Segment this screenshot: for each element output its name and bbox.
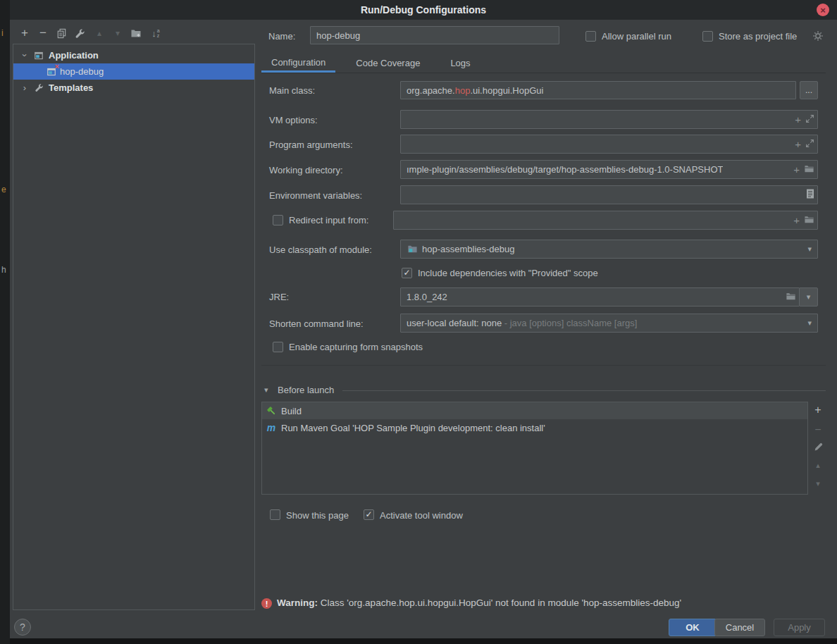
tab-bar: Configuration Code Coverage Logs (261, 54, 480, 73)
dropdown-arrow-icon[interactable]: ▾ (807, 244, 814, 254)
before-launch-collapse-icon[interactable]: ▾ (264, 385, 268, 395)
show-this-page-checkbox[interactable] (270, 509, 280, 520)
tab-logs[interactable]: Logs (440, 54, 480, 73)
before-launch-item-maven[interactable]: m Run Maven Goal 'HOP Sample Plugin deve… (262, 419, 807, 436)
redirect-input-label: Redirect input from: (289, 215, 368, 225)
allow-parallel-run-label: Allow parallel run (602, 31, 671, 42)
add-icon[interactable]: + (795, 139, 801, 149)
add-icon[interactable]: + (793, 164, 800, 175)
create-folder-icon[interactable] (128, 25, 144, 41)
remove-configuration-button[interactable]: − (35, 25, 51, 41)
chevron-right-icon[interactable]: › (20, 82, 29, 93)
maven-icon: m (266, 422, 277, 433)
run-debug-configurations-dialog: Run/Debug Configurations × + − ▴ ▾ ↓ az … (10, 0, 837, 638)
before-launch-list: Build m Run Maven Goal 'HOP Sample Plugi… (261, 402, 808, 495)
vm-options-label: VM options: (269, 115, 318, 125)
tree-item-hop-debug[interactable]: × hop-debug (13, 63, 254, 80)
apply-button[interactable]: Apply (774, 619, 825, 636)
tree-item-application[interactable]: › Application (13, 47, 254, 63)
warning-text: Class 'org.apache.hop.ui.hopgui.HopGui' … (321, 597, 681, 608)
working-directory-label: Working directory: (269, 165, 343, 175)
background-text-fragment: i (1, 28, 4, 38)
help-button[interactable]: ? (14, 619, 31, 636)
tree-item-label: hop-debug (60, 66, 104, 77)
tab-configuration[interactable]: Configuration (261, 54, 335, 73)
background-text-fragment: h (1, 265, 6, 275)
shorten-hint: - java [options] className [args] (504, 318, 638, 328)
warning-label: Warning: (277, 597, 318, 608)
application-icon (33, 50, 44, 61)
tree-item-label: Templates (49, 82, 93, 93)
expand-editor-icon[interactable] (805, 139, 814, 150)
before-launch-remove-button[interactable]: − (810, 423, 826, 437)
form-snapshots-label: Enable capturing form snapshots (289, 342, 423, 352)
background-text-fragment: e (1, 185, 6, 194)
screen: i e h Run/Debug Configurations × + − ▴ ▾… (0, 0, 837, 644)
tree-item-templates[interactable]: › Templates (13, 80, 254, 96)
environment-variables-input[interactable] (400, 185, 818, 204)
activate-tool-window-checkbox[interactable]: ✓ (364, 509, 374, 520)
close-icon[interactable]: × (817, 4, 829, 16)
tab-code-coverage[interactable]: Code Coverage (346, 54, 430, 73)
show-this-page-label: Show this page (286, 510, 349, 521)
before-launch-title: Before launch (278, 385, 334, 395)
before-launch-edit-pencil-icon[interactable] (810, 440, 826, 454)
provided-scope-label: Include dependencies with "Provided" sco… (418, 268, 598, 278)
move-up-button[interactable]: ▴ (92, 25, 107, 41)
provided-scope-checkbox[interactable]: ✓ (402, 268, 412, 278)
folder-icon[interactable] (786, 291, 796, 304)
redirect-input-checkbox[interactable] (273, 215, 283, 225)
warning-icon: ! (261, 598, 272, 609)
classpath-module-label: Use classpath of module: (269, 244, 372, 255)
before-launch-add-button[interactable]: + (810, 403, 826, 417)
sort-configurations-icon[interactable]: ↓ az (148, 25, 163, 41)
allow-parallel-run-checkbox[interactable] (585, 31, 596, 42)
configurations-tree: › Application × hop-debug › (13, 44, 255, 610)
add-icon[interactable]: + (795, 114, 801, 125)
copy-configuration-icon[interactable] (54, 25, 69, 41)
browse-main-class-button[interactable]: ... (800, 81, 818, 99)
program-arguments-label: Program arguments: (269, 140, 353, 150)
program-arguments-input[interactable]: + (400, 135, 818, 154)
add-icon[interactable]: + (793, 215, 800, 225)
move-down-button[interactable]: ▾ (110, 25, 125, 41)
jre-combobox[interactable]: 1.8.0_242 (400, 287, 800, 306)
browse-variables-icon[interactable] (806, 189, 814, 201)
before-launch-move-up-button[interactable]: ▴ (810, 458, 826, 472)
before-launch-move-down-button[interactable]: ▾ (810, 476, 826, 490)
cancel-button[interactable]: Cancel (714, 619, 765, 636)
classpath-module-combobox[interactable]: hop-assemblies-debug ▾ (400, 240, 818, 259)
jre-dropdown-button[interactable]: ▾ (799, 287, 818, 306)
edit-defaults-wrench-icon[interactable] (72, 25, 87, 41)
folder-icon[interactable] (804, 214, 814, 227)
run-configuration-icon: × (46, 66, 57, 78)
expand-editor-icon[interactable] (805, 114, 814, 125)
before-launch-rule (342, 390, 826, 391)
tabs-separator (261, 73, 826, 73)
ok-button[interactable]: OK (669, 619, 717, 636)
close-glyph: × (820, 5, 826, 16)
shorten-command-line-combobox[interactable]: user-local default: none - java [options… (400, 314, 818, 333)
gear-icon[interactable] (812, 30, 824, 44)
store-as-project-file-label: Store as project file (719, 31, 797, 42)
dialog-title: Run/Debug Configurations (361, 4, 486, 16)
module-icon (407, 244, 418, 255)
main-class-input[interactable]: org.apache.hop.ui.hopgui.HopGui (400, 81, 796, 99)
build-hammer-icon (266, 405, 277, 416)
folder-icon[interactable] (804, 163, 814, 176)
before-launch-item-build[interactable]: Build (262, 402, 807, 419)
redirect-input-field[interactable]: + (393, 211, 818, 230)
form-snapshots-checkbox[interactable] (273, 342, 283, 352)
store-as-project-file-checkbox[interactable] (702, 31, 713, 42)
working-directory-input[interactable]: ımple-plugin/assemblies/debug/target/hop… (400, 160, 818, 179)
add-configuration-button[interactable]: + (17, 25, 32, 41)
name-input[interactable]: hop-debug (310, 26, 559, 44)
background-ide-strip: i e h (0, 0, 10, 644)
invalid-configuration-icon: × (55, 62, 59, 70)
environment-variables-label: Environment variables: (269, 190, 362, 201)
dialog-titlebar: Run/Debug Configurations × (10, 0, 837, 20)
dropdown-arrow-icon[interactable]: ▾ (807, 318, 814, 328)
chevron-down-icon[interactable]: › (20, 51, 30, 60)
shorten-command-line-label: Shorten command line: (269, 318, 364, 329)
vm-options-input[interactable]: + (400, 110, 818, 129)
